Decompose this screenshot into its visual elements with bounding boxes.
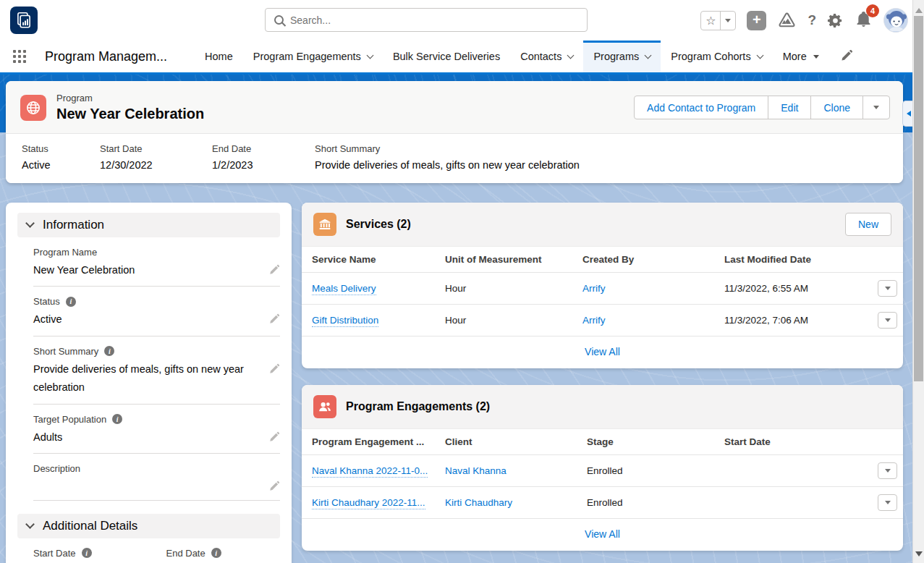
engagement-name-link[interactable]: Naval Khanna 2022-11-0...: [312, 465, 428, 478]
row-actions-button[interactable]: [878, 312, 897, 329]
record-header-top: Program New Year Celebration Add Contact…: [6, 81, 903, 133]
service-name-link[interactable]: Meals Delivery: [312, 283, 376, 295]
record-highlights-panel: Status Active Start Date 12/30/2022 End …: [6, 133, 903, 183]
record-header-card: Program New Year Celebration Add Contact…: [6, 81, 903, 183]
services-bank-icon: [313, 213, 336, 236]
info-icon[interactable]: i: [112, 414, 122, 424]
more-actions-button[interactable]: [862, 96, 890, 119]
chevron-down-icon: [885, 287, 891, 293]
edit-pencil-icon[interactable]: [269, 431, 280, 444]
chevron-down-icon: [813, 55, 819, 62]
chevron-down-icon: [645, 51, 652, 59]
table-row: Naval Khanna 2022-11-0... Naval Khanna E…: [302, 455, 903, 487]
created-by-link[interactable]: Arrify: [582, 315, 606, 326]
services-table: Service Name Unit of Measurement Created…: [302, 246, 903, 336]
row-actions-button[interactable]: [878, 280, 897, 297]
edit-pencil-icon[interactable]: [269, 313, 280, 326]
chevron-down-icon: [873, 106, 879, 112]
main-content: Information Program Name New Year Celebr…: [6, 203, 903, 563]
tab-more[interactable]: More: [773, 41, 829, 72]
scrollbar-thumb[interactable]: [914, 16, 923, 381]
astro-avatar-glyph: [884, 9, 908, 33]
vertical-scrollbar: [912, 0, 924, 563]
clone-button[interactable]: Clone: [810, 96, 863, 119]
col-client: Client: [439, 429, 581, 455]
additional-details-section-header[interactable]: Additional Details: [17, 514, 280, 538]
app-launcher-waffle-icon[interactable]: [13, 50, 26, 63]
table-row: Meals Delivery Hour Arrify 11/3/2022, 6:…: [302, 273, 903, 305]
record-entity-label: Program: [56, 93, 204, 103]
info-icon[interactable]: i: [66, 297, 76, 307]
view-all-link[interactable]: View All: [585, 528, 620, 540]
app-logo[interactable]: [10, 7, 38, 34]
tab-program-engagements[interactable]: Program Engagements: [243, 41, 383, 72]
col-start-date: Start Date: [719, 429, 862, 455]
tab-home[interactable]: Home: [195, 41, 243, 72]
search-icon: [274, 15, 284, 25]
client-link[interactable]: Naval Khanna: [445, 465, 506, 476]
service-name-link[interactable]: Gift Distribution: [312, 315, 378, 327]
notifications-bell-icon[interactable]: 4: [855, 10, 873, 30]
engagements-header-row: Program Engagement ... Client Stage Star…: [302, 429, 903, 455]
col-created-by: Created By: [577, 247, 719, 273]
tab-bulk-service-deliveries[interactable]: Bulk Service Deliveries: [383, 41, 510, 72]
info-icon[interactable]: i: [211, 548, 221, 558]
services-new-button[interactable]: New: [845, 213, 891, 236]
edit-pencil-icon[interactable]: [269, 481, 280, 494]
chevron-down-icon: [725, 19, 731, 25]
nav-tabs: Home Program Engagements Bulk Service De…: [195, 41, 829, 72]
field-end-date: End Datei 1/2/2023: [166, 548, 281, 563]
row-actions-button[interactable]: [878, 462, 897, 479]
report-pages-icon: [14, 11, 33, 30]
view-all-link[interactable]: View All: [585, 346, 620, 357]
scrollbar-up-arrow[interactable]: [915, 4, 923, 13]
info-icon[interactable]: i: [82, 548, 92, 558]
client-link[interactable]: Kirti Chaudhary: [445, 497, 512, 508]
services-card-title: Services (2): [346, 218, 411, 231]
tab-contacts[interactable]: Contacts: [510, 41, 583, 72]
col-engagement-name: Program Engagement ...: [302, 429, 439, 455]
highlight-short-summary: Short Summary Provide deliveries of meal…: [315, 143, 903, 171]
highlight-status: Status Active: [22, 143, 100, 171]
field-target-population: Target Populationi Adults: [17, 414, 280, 454]
collapse-panel-button[interactable]: [902, 101, 912, 127]
engagements-view-all-row: View All: [302, 519, 903, 551]
edit-pencil-icon[interactable]: [269, 264, 280, 277]
chevron-down-icon: [366, 51, 373, 59]
engagements-card-header: Program Engagements (2): [302, 385, 903, 428]
tab-program-cohorts[interactable]: Program Cohorts: [661, 41, 772, 72]
guidance-center-icon[interactable]: [777, 11, 797, 30]
record-title-block: Program New Year Celebration: [56, 93, 204, 122]
services-view-all-row: View All: [302, 336, 903, 368]
engagement-name-link[interactable]: Kirti Chaudhary 2022-11...: [312, 497, 425, 509]
favorite-star-icon[interactable]: [701, 14, 720, 27]
user-avatar[interactable]: [883, 8, 908, 33]
field-short-summary: Short Summaryi Provide deliveries of mea…: [17, 346, 280, 405]
header-utility-icons: 4: [700, 0, 908, 41]
chevron-down-icon: [25, 219, 35, 228]
row-actions-button[interactable]: [878, 494, 897, 511]
app-name[interactable]: Program Managem...: [45, 49, 167, 64]
global-search: [265, 8, 588, 32]
edit-pencil-icon[interactable]: [269, 363, 280, 376]
setup-gear-icon[interactable]: [827, 12, 844, 29]
help-icon[interactable]: [808, 12, 816, 28]
page-body: Program New Year Celebration Add Contact…: [0, 75, 912, 563]
scrollbar-down-arrow[interactable]: [915, 551, 923, 560]
favorites-caret-button[interactable]: [721, 15, 735, 25]
record-title: New Year Celebration: [56, 106, 204, 122]
search-input[interactable]: [290, 14, 578, 26]
col-last-modified: Last Modified Date: [719, 247, 862, 273]
global-actions-button[interactable]: [747, 11, 766, 30]
information-section-header[interactable]: Information: [17, 213, 280, 237]
created-by-link[interactable]: Arrify: [582, 283, 606, 294]
notification-badge: 4: [866, 4, 879, 17]
app-nav-bar: Program Managem... Home Program Engageme…: [0, 41, 924, 75]
info-icon[interactable]: i: [104, 346, 114, 356]
global-header: 4: [0, 0, 924, 41]
tab-programs[interactable]: Programs: [583, 41, 661, 72]
nav-edit-pencil-icon[interactable]: [841, 49, 853, 64]
col-stage: Stage: [581, 429, 719, 455]
add-contact-to-program-button[interactable]: Add Contact to Program: [634, 96, 768, 119]
edit-button[interactable]: Edit: [768, 96, 811, 119]
